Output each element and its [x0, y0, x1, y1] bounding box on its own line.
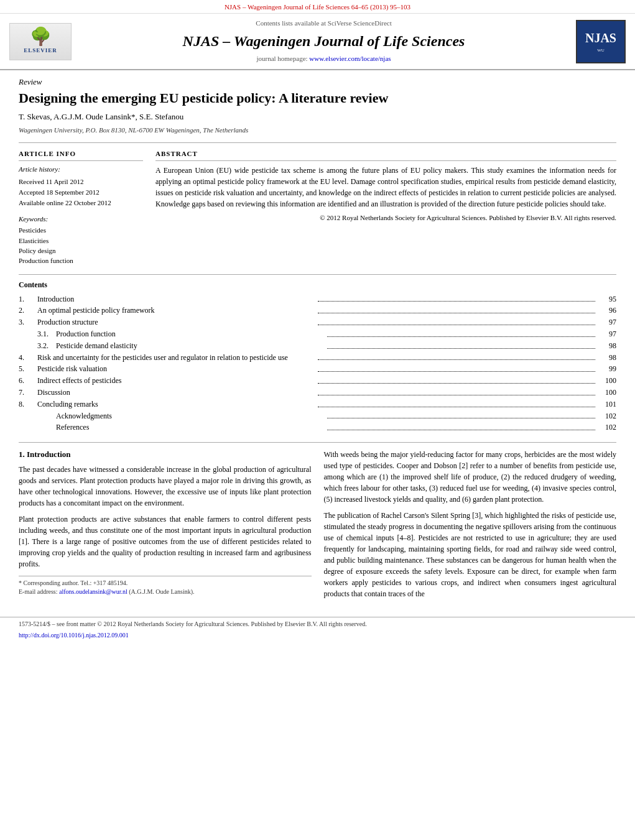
- toc-label: Production function: [56, 329, 325, 339]
- toc-label: Introduction: [37, 294, 315, 305]
- accepted-date: Accepted 18 September 2012: [19, 188, 143, 197]
- toc-label: Pesticide risk valuation: [37, 364, 315, 374]
- toc-page: 98: [598, 353, 616, 363]
- toc-num: 8.: [19, 399, 37, 410]
- intro-num: 1.: [19, 450, 25, 459]
- toc-page: 97: [598, 329, 616, 339]
- journal-homepage: journal homepage: www.elsevier.com/locat…: [256, 54, 391, 63]
- toc-label: Discussion: [37, 387, 315, 398]
- toc-item-ack: Acknowledgments 102: [19, 411, 616, 422]
- keywords-section: Keywords: Pesticides Elasticities Policy…: [19, 215, 143, 266]
- keyword-3: Policy design: [19, 246, 143, 256]
- intro-para-1: The past decades have witnessed a consid…: [19, 464, 312, 509]
- abstract-text: A European Union (EU) wide pesticide tax…: [155, 165, 616, 210]
- article-info-panel: ARTICLE INFO Article history: Received 1…: [19, 149, 143, 267]
- toc-num: 1.: [19, 294, 37, 305]
- email-name: (A.G.J.M. Oude Lansink).: [129, 588, 194, 595]
- toc-item-6: 6. Indirect effects of pesticides 100: [19, 376, 616, 386]
- toc-page: 99: [598, 364, 616, 374]
- journal-citation: NJAS – Wageningen Journal of Life Scienc…: [225, 3, 410, 11]
- toc-num: 2.: [19, 305, 37, 316]
- toc-item-ref: References 102: [19, 422, 616, 433]
- toc-item-7: 7. Discussion 100: [19, 387, 616, 398]
- toc-label: Acknowledgments: [56, 411, 325, 422]
- footnotes: * Corresponding author. Tel.: +317 48519…: [19, 576, 312, 596]
- toc-item-5: 5. Pesticide risk valuation 99: [19, 364, 616, 374]
- toc-page: 97: [598, 317, 616, 328]
- article-title: Designing the emerging EU pesticide poli…: [19, 90, 616, 106]
- toc-num: 6.: [19, 376, 37, 386]
- toc-dots: [327, 430, 596, 430]
- footer: 1573-5214/$ – see front matter © 2012 Ro…: [0, 617, 635, 631]
- toc-list: 1. Introduction 95 2. An optimal pestici…: [19, 294, 616, 433]
- njas-logo-container: NJAS WU: [573, 19, 629, 63]
- toc-item-1: 1. Introduction 95: [19, 294, 616, 305]
- tree-icon: 🌳: [30, 28, 52, 45]
- history-label: Article history:: [19, 165, 143, 174]
- sciverse-text: Contents lists available at SciVerse Sci…: [256, 19, 391, 28]
- toc-page: 98: [598, 341, 616, 351]
- homepage-label: journal homepage:: [256, 55, 307, 62]
- toc-dots: [327, 418, 596, 418]
- toc-section: Contents 1. Introduction 95 2. An optima…: [19, 274, 616, 433]
- toc-item-3-2: 3.2. Pesticide demand elasticity 98: [19, 341, 616, 351]
- intro-section-title: 1. Introduction: [19, 449, 312, 460]
- affiliation: Wageningen University, P.O. Box 8130, NL…: [19, 126, 616, 135]
- toc-num: 3.2.: [37, 341, 56, 351]
- article-type: Review: [19, 76, 616, 88]
- journal-header: 🌳 ELSEVIER Contents lists available at S…: [0, 14, 635, 70]
- journal-header-bar: NJAS – Wageningen Journal of Life Scienc…: [0, 0, 635, 14]
- toc-label: Production structure: [37, 317, 315, 328]
- toc-label: An optimal pesticide policy framework: [37, 305, 315, 316]
- toc-item-2: 2. An optimal pesticide policy framework…: [19, 305, 616, 316]
- available-date: Available online 22 October 2012: [19, 198, 143, 208]
- toc-item-3: 3. Production structure 97: [19, 317, 616, 328]
- corresponding-note: * Corresponding author. Tel.: +317 48519…: [19, 579, 312, 588]
- article-info-title: ARTICLE INFO: [19, 149, 143, 161]
- toc-dots: [327, 336, 596, 337]
- toc-page: 100: [598, 376, 616, 386]
- info-abstract-row: ARTICLE INFO Article history: Received 1…: [19, 142, 616, 267]
- toc-dots: [318, 325, 596, 325]
- toc-num: [37, 411, 56, 422]
- toc-dots: [318, 395, 596, 395]
- toc-item-8: 8. Concluding remarks 101: [19, 399, 616, 410]
- toc-page: 100: [598, 387, 616, 398]
- toc-label: References: [56, 422, 325, 433]
- homepage-link[interactable]: www.elsevier.com/locate/njas: [309, 55, 391, 62]
- toc-num: 3.: [19, 317, 37, 328]
- email-link[interactable]: alfons.oudelansink@wur.nl: [59, 588, 127, 595]
- toc-dots: [318, 301, 596, 302]
- njas-sublabel: WU: [597, 48, 605, 54]
- right-para-2: The publication of Rachel Carson's Silen…: [324, 510, 617, 599]
- doi-link[interactable]: http://dx.doi.org/10.1016/j.njas.2012.09…: [19, 632, 129, 639]
- toc-num: 3.1.: [37, 329, 56, 339]
- toc-dots: [318, 313, 596, 313]
- main-content: Review Designing the emerging EU pestici…: [0, 70, 635, 611]
- njas-label: NJAS: [585, 29, 616, 47]
- toc-dots: [318, 383, 596, 384]
- intro-para-2: Plant protection products are active sub…: [19, 514, 312, 570]
- njas-logo: NJAS WU: [576, 20, 626, 63]
- keywords-title: Keywords:: [19, 215, 143, 224]
- abstract-panel: ABSTRACT A European Union (EU) wide pest…: [155, 149, 616, 267]
- abstract-title: ABSTRACT: [155, 149, 616, 161]
- toc-label: Risk and uncertainty for the pesticides …: [37, 353, 315, 363]
- contents-title: Contents: [19, 280, 616, 290]
- right-para-1: With weeds being the major yield-reducin…: [324, 449, 617, 505]
- toc-dots: [318, 407, 596, 407]
- toc-page: 96: [598, 305, 616, 316]
- authors: T. Skevas, A.G.J.M. Oude Lansink*, S.E. …: [19, 111, 616, 122]
- toc-page: 102: [598, 411, 616, 422]
- elsevier-label: ELSEVIER: [24, 47, 57, 55]
- keyword-2: Elasticities: [19, 236, 143, 246]
- toc-label: Indirect effects of pesticides: [37, 376, 315, 386]
- keyword-1: Pesticides: [19, 226, 143, 235]
- toc-page: 101: [598, 399, 616, 410]
- email-label: E-mail address:: [19, 588, 57, 595]
- journal-title: NJAS – Wageningen Journal of Life Scienc…: [183, 31, 465, 52]
- journal-title-section: Contents lists available at SciVerse Sci…: [81, 19, 567, 63]
- toc-dots: [327, 348, 596, 349]
- toc-dots: [318, 371, 596, 372]
- body-columns: 1. Introduction The past decades have wi…: [19, 442, 616, 604]
